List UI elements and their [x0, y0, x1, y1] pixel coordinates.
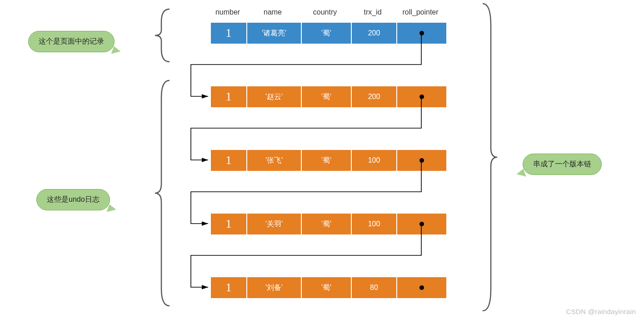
annotation-undo-label: 这些是undo日志 [47, 195, 100, 203]
annotation-version-chain: 串成了一个版本链 [523, 154, 602, 175]
annotation-chain-label: 串成了一个版本链 [533, 160, 591, 168]
connector-0 [186, 33, 423, 101]
annotation-page-record-label: 这个是页面中的记录 [39, 37, 104, 45]
header-trx-id: trx_id [350, 8, 395, 16]
header-number: number [210, 8, 245, 16]
header-roll-pointer: roll_pointer [395, 8, 445, 16]
header-name: name [245, 8, 300, 16]
header-country: country [300, 8, 350, 16]
connector-3 [186, 224, 423, 292]
brace-undo-logs [152, 80, 170, 307]
watermark: CSDN @raindayinrain [566, 308, 636, 315]
column-headers: number name country trx_id roll_pointer [210, 8, 445, 16]
annotation-undo-logs: 这些是undo日志 [36, 189, 110, 210]
brace-version-chain [482, 3, 500, 312]
brace-page-record [152, 8, 170, 63]
annotation-page-record: 这个是页面中的记录 [28, 31, 115, 52]
connector-2 [186, 160, 423, 228]
connector-1 [186, 96, 423, 164]
